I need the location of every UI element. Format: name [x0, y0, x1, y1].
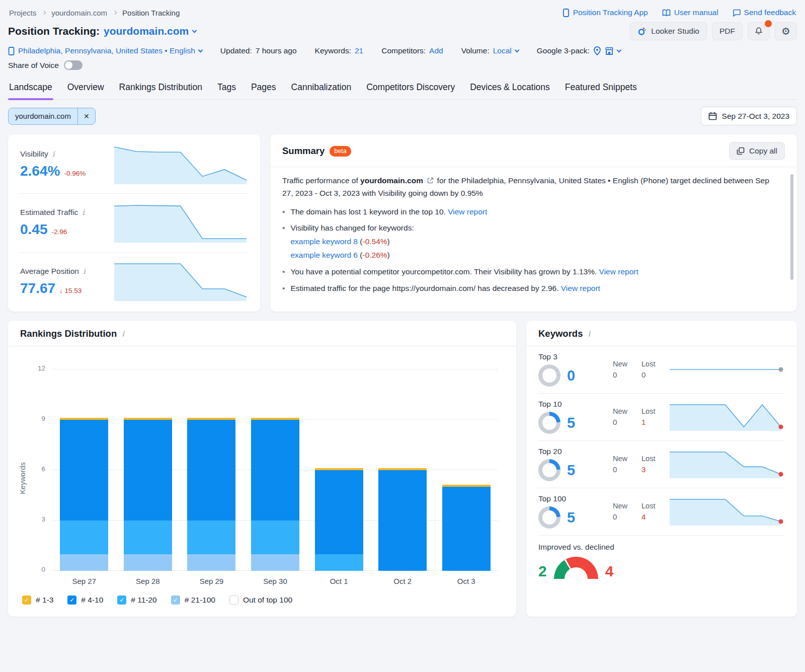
bar-slot-sep-29: [180, 418, 244, 571]
legend-item-21-100[interactable]: # 21-100: [171, 595, 215, 605]
new-value: 0: [613, 418, 627, 426]
metric-sparkline-wrap: [114, 203, 248, 243]
stacked-bar-sep-28[interactable]: [124, 418, 172, 571]
tab-featured-snippets[interactable]: Featured Snippets: [565, 77, 637, 99]
lost-label: Lost: [641, 360, 655, 368]
volume-selector[interactable]: Volume:Local: [461, 46, 519, 55]
title-row: Position Tracking: yourdomain.com Looker…: [8, 22, 797, 40]
donut-hole: [542, 416, 556, 430]
donut-hole: [542, 510, 556, 525]
summary-scrollbar[interactable]: [790, 174, 793, 280]
keywords-card: Keywords Top 30New0Lost0Top 105New0Lost1…: [526, 321, 797, 617]
info-icon[interactable]: [588, 329, 590, 338]
breadcrumb-projects[interactable]: Projects: [9, 9, 36, 17]
stacked-bar-sep-29[interactable]: [187, 418, 235, 571]
metric-info: Average Position77.67↓ 15.53: [20, 267, 114, 296]
legend-label: # 1-3: [36, 595, 53, 605]
checkbox-checked-icon[interactable]: [67, 595, 76, 605]
checkbox-checked-icon[interactable]: [171, 595, 180, 605]
external-link-icon[interactable]: [427, 177, 434, 184]
chip-close-icon[interactable]: [77, 108, 95, 124]
checkbox-unchecked-icon[interactable]: [229, 595, 238, 605]
new-lost-block: New0Lost0: [613, 360, 669, 379]
new-label: New: [613, 455, 627, 463]
new-column: New0: [613, 455, 627, 474]
page-title: Position Tracking: yourdomain.com: [8, 25, 196, 37]
gauge-hole: [565, 567, 588, 579]
domain-filter-chip[interactable]: yourdomain.com: [8, 108, 96, 125]
metric-value: 2.64%-0.96%: [20, 163, 114, 179]
metric-info: Estimated Traffic0.45-2.96: [20, 208, 114, 238]
donut-chart: [538, 412, 560, 434]
copy-all-button[interactable]: Copy all: [729, 142, 785, 160]
tab-competitors-discovery[interactable]: Competitors Discovery: [366, 77, 455, 99]
bar-slot-sep-27: [52, 418, 116, 571]
settings-button[interactable]: ⚙: [775, 22, 797, 40]
stacked-bar-oct-2[interactable]: [378, 468, 427, 571]
pdf-button[interactable]: PDF: [712, 22, 743, 40]
keywords-row-label: Top 3: [538, 352, 613, 361]
position-tracking-app-link[interactable]: Position Tracking App: [562, 8, 648, 17]
tab-devices-locations[interactable]: Devices & Locations: [470, 77, 550, 99]
user-manual-link[interactable]: User manual: [662, 8, 718, 17]
checkbox-checked-icon[interactable]: [117, 595, 126, 605]
looker-studio-button[interactable]: Looker Studio: [630, 22, 707, 40]
metric-label: Estimated Traffic: [20, 208, 114, 217]
tab-cannibalization[interactable]: Cannibalization: [291, 77, 352, 99]
new-value: 0: [613, 370, 627, 379]
legend-item-11-20[interactable]: # 11-20: [117, 595, 156, 605]
tab-tags[interactable]: Tags: [217, 77, 236, 99]
metric-delta: -2.96: [52, 228, 67, 236]
keywords-row-label: Top 20: [538, 447, 613, 456]
stacked-bar-oct-3[interactable]: [442, 485, 491, 571]
lost-value: 1: [641, 418, 655, 426]
tab-pages[interactable]: Pages: [251, 77, 276, 99]
legend-item-4-10[interactable]: # 4-10: [67, 595, 103, 605]
chevron-down-icon: [192, 28, 197, 33]
tab-overview[interactable]: Overview: [67, 77, 104, 99]
bullet-icon: [282, 206, 285, 218]
share-of-voice-toggle[interactable]: [64, 60, 83, 70]
info-icon[interactable]: [122, 329, 124, 338]
gear-icon: ⚙: [781, 26, 790, 36]
notifications-button[interactable]: [748, 22, 770, 40]
keywords-sparkline-wrap: [669, 497, 785, 526]
info-icon[interactable]: [52, 150, 55, 159]
stacked-bar-oct-1[interactable]: [315, 468, 363, 571]
stacked-bar-sep-27[interactable]: [60, 418, 108, 571]
checkbox-checked-icon[interactable]: [22, 595, 31, 605]
rankings-distribution-card: Rankings Distribution Keywords 036912 Se…: [8, 321, 516, 617]
metrics-card: Visibility2.64%-0.96%Estimated Traffic0.…: [8, 134, 260, 312]
summary-bullet-traffic: Estimated traffic for the page https://y…: [282, 282, 779, 295]
bar-segment-4-10: [315, 470, 363, 554]
keywords-count: 5: [567, 415, 575, 431]
view-report-link[interactable]: View report: [561, 284, 600, 292]
stacked-bar-sep-30[interactable]: [251, 418, 299, 571]
project-domain-selector[interactable]: yourdomain.com: [104, 25, 196, 37]
tab-rankings-distribution[interactable]: Rankings Distribution: [119, 77, 202, 99]
keywords-count-link[interactable]: 21: [355, 46, 363, 55]
keyword-link[interactable]: example keyword 6: [290, 251, 358, 259]
google-3pack-selector[interactable]: Google 3-pack:: [537, 46, 621, 55]
bullet-icon: [282, 282, 285, 295]
legend-item-1-3[interactable]: # 1-3: [22, 595, 53, 605]
keyword-link[interactable]: example keyword 8: [290, 237, 358, 246]
add-competitors-link[interactable]: Add: [429, 46, 443, 55]
lost-label: Lost: [641, 407, 655, 415]
changed-keyword-item: example keyword 8 (-0.54%): [290, 236, 414, 248]
summary-bullet-visibility-changed: Visibility has changed for keywords: exa…: [282, 222, 779, 261]
breadcrumb-domain[interactable]: yourdomain.com: [51, 9, 107, 17]
date-range-button[interactable]: Sep 27-Oct 3, 2023: [701, 107, 797, 125]
target-location-selector[interactable]: Philadelphia, Pennsylvania, United State…: [8, 46, 202, 55]
send-feedback-link[interactable]: Send feedback: [733, 8, 796, 17]
view-report-link[interactable]: View report: [448, 207, 487, 216]
donut-chart: [538, 459, 560, 481]
view-report-link[interactable]: View report: [599, 267, 638, 276]
legend-item-out-of-top-100[interactable]: Out of top 100: [229, 595, 292, 605]
info-icon[interactable]: [82, 208, 85, 217]
lost-label: Lost: [641, 455, 655, 463]
rankings-chart-body: Keywords 036912 Sep 27Sep 28Sep 29Sep 30…: [8, 346, 516, 612]
info-icon[interactable]: [83, 267, 86, 276]
tab-landscape[interactable]: Landscape: [9, 77, 52, 99]
metric-average-position: Average Position77.67↓ 15.53: [20, 253, 248, 311]
